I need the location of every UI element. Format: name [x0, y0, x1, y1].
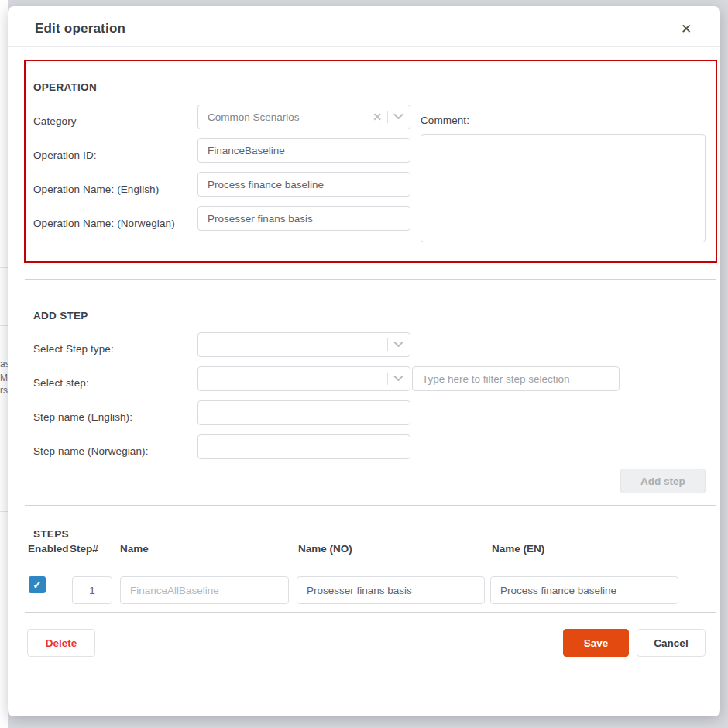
- step-type-label: Select Step type:: [33, 343, 114, 355]
- steps-section-heading: STEPS: [33, 528, 69, 540]
- step-number-input[interactable]: [72, 576, 112, 604]
- add-step-section-heading: ADD STEP: [33, 310, 88, 321]
- comment-label: Comment:: [421, 115, 469, 126]
- column-header-step-no: Step#: [70, 543, 98, 555]
- step-name-no-input[interactable]: [197, 434, 410, 459]
- column-header-name: Name: [120, 543, 149, 555]
- step-name-no-row-input[interactable]: [297, 576, 485, 604]
- step-enabled-checkbox[interactable]: ✓: [29, 576, 46, 593]
- operation-id-input[interactable]: [197, 138, 410, 163]
- column-header-name-en: Name (EN): [492, 543, 544, 555]
- edit-operation-dialog: Edit operation ✕ OPERATION Category Comm…: [8, 6, 720, 716]
- background-text-fragment: rs: [0, 385, 8, 396]
- step-name-en-label: Step name (English):: [33, 411, 132, 423]
- column-header-name-no: Name (NO): [298, 543, 352, 555]
- step-name-en-row-input[interactable]: [490, 576, 678, 604]
- operation-name-en-input[interactable]: [197, 172, 410, 197]
- operation-id-label: Operation ID:: [33, 149, 97, 161]
- step-filter-input[interactable]: [412, 366, 620, 391]
- icon-separator: [387, 373, 388, 385]
- category-label: Category: [33, 115, 77, 127]
- icon-separator: [387, 338, 388, 351]
- background-divider: [0, 325, 8, 326]
- chevron-down-icon[interactable]: [393, 376, 403, 382]
- clear-icon[interactable]: ✕: [373, 112, 382, 122]
- step-name-no-label: Step name (Norwegian):: [33, 445, 149, 457]
- step-name-input[interactable]: [120, 576, 289, 604]
- icon-separator: [387, 111, 388, 123]
- header-divider: [8, 46, 720, 47]
- category-value: Common Scenarios: [208, 112, 373, 123]
- column-header-enabled: Enabled: [28, 543, 69, 555]
- chevron-down-icon[interactable]: [393, 342, 403, 348]
- background-divider: [0, 511, 8, 512]
- chevron-down-icon[interactable]: [393, 114, 403, 120]
- background-text-fragment: M: [0, 373, 8, 383]
- add-step-button[interactable]: Add step: [620, 469, 706, 493]
- delete-button[interactable]: Delete: [27, 629, 95, 657]
- background-page: as M rs: [0, 0, 8, 728]
- section-divider: [25, 612, 716, 613]
- comment-textarea[interactable]: [421, 134, 706, 242]
- close-icon[interactable]: ✕: [677, 20, 695, 39]
- background-text-fragment: as: [0, 359, 8, 369]
- section-divider: [25, 505, 716, 506]
- operation-name-en-label: Operation Name: (English): [33, 184, 159, 195]
- cancel-button[interactable]: Cancel: [637, 629, 706, 657]
- dialog-title: Edit operation: [35, 21, 125, 36]
- operation-name-no-label: Operation Name: (Norwegian): [33, 218, 175, 229]
- operation-name-no-input[interactable]: [197, 206, 410, 231]
- section-divider: [25, 279, 716, 280]
- select-step-label: Select step:: [33, 377, 89, 389]
- select-step-select[interactable]: [197, 366, 410, 391]
- background-divider: [0, 267, 8, 268]
- step-name-en-input[interactable]: [197, 400, 410, 425]
- step-type-select[interactable]: [197, 332, 410, 357]
- background-divider: [0, 283, 8, 283]
- category-select[interactable]: Common Scenarios ✕: [197, 105, 410, 129]
- save-button[interactable]: Save: [563, 629, 629, 657]
- operation-section-heading: OPERATION: [33, 81, 97, 93]
